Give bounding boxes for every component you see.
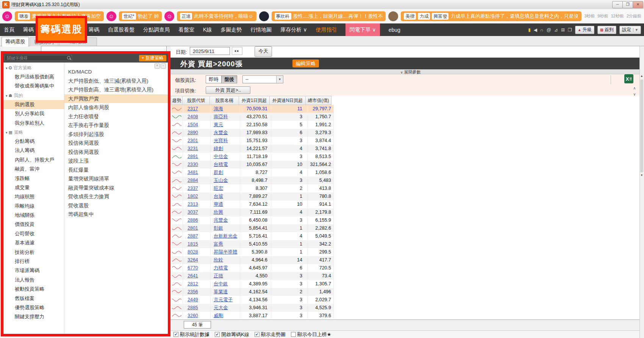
stock-name-link[interactable]: 鴻海: [214, 106, 223, 111]
stock-code-link[interactable]: 2886: [188, 218, 198, 223]
stock-tag[interactable]: 興富發: [432, 13, 449, 20]
calendar-icon[interactable]: ⊞: [561, 27, 565, 33]
table-row[interactable]: 2301光寶科15,751.9333,874.4: [171, 137, 334, 145]
tree-item[interactable]: 漲跌幅: [3, 174, 64, 183]
stock-name-link[interactable]: 元大金: [214, 305, 228, 310]
nav-item-debug[interactable]: ebug: [389, 27, 400, 33]
strategy-list-item[interactable]: 大戶持股創低、連三減(累積登入用): [64, 77, 168, 86]
tree-item[interactable]: 基本過濾: [3, 238, 64, 247]
scroll-up-icon[interactable]: ▲: [640, 74, 644, 78]
table-row[interactable]: 2801彰銀5,854.4112,282.6: [171, 224, 334, 232]
stock-tag[interactable]: 美律: [404, 13, 416, 20]
stock-code-link[interactable]: 6770: [188, 265, 198, 271]
tree-item[interactable]: 價值投資: [3, 220, 64, 229]
stock-name-link[interactable]: 東元: [214, 122, 223, 127]
column-header-3[interactable]: 外資1日買超: [239, 96, 270, 105]
stock-name-link[interactable]: 旺宏: [214, 186, 223, 191]
stock-name-link[interactable]: 彰銀: [214, 225, 223, 231]
tree-item[interactable]: 優勢選股策略: [3, 303, 64, 312]
stock-name-link[interactable]: 群創: [214, 170, 223, 175]
stock-code-link[interactable]: 2313: [188, 202, 198, 207]
afterhours-toggle[interactable]: 盤後: [221, 75, 237, 83]
close-button[interactable]: ✕: [633, 1, 643, 8]
table-row[interactable]: 1815富喬5,410.551342.2: [171, 240, 334, 248]
tree-item[interactable]: 舊版檔案: [3, 294, 64, 303]
strategy-list-item[interactable]: 融資帶量突破成本線: [64, 183, 168, 192]
stock-code-link[interactable]: 2301: [188, 138, 198, 143]
table-row[interactable]: 3231緯創14,221.5743,741.8: [171, 145, 334, 153]
stock-name-link[interactable]: 富喬: [214, 241, 223, 247]
table-row[interactable]: 3481群創8,72741,058.6: [171, 169, 334, 177]
settings-button[interactable]: 設定▼: [619, 26, 641, 34]
display-option-checkbox[interactable]: ✔開啟籌碼K線: [215, 331, 249, 338]
tree-item[interactable]: 排行榜: [3, 257, 64, 266]
date-stepper[interactable]: ◂▸: [232, 47, 242, 55]
table-row[interactable]: 2337旺宏8,3072413.8: [171, 185, 334, 192]
stock-tag[interactable]: 正達: [180, 13, 192, 20]
column-header-0[interactable]: 趨勢: [171, 96, 183, 105]
stock-name-link[interactable]: 欣銓: [214, 257, 223, 263]
date-input[interactable]: 2025/9/11: [190, 47, 230, 55]
tree-item[interactable]: 營收成長籌碼集中: [3, 81, 64, 91]
keyword-search-input[interactable]: 關鍵字搜尋: [5, 55, 72, 61]
table-row[interactable]: 2885元大金3,946.3134,525.9: [171, 304, 334, 312]
new-strategy-button[interactable]: + 新建策略: [139, 55, 166, 61]
table-row[interactable]: 3037欣興7,111.6942,179.8: [171, 208, 334, 216]
ticker-message[interactable]: 美律力成興富發力成早上真的差點漲停了，還填息填息是意料之內，只是沒: [401, 11, 581, 21]
tree-item[interactable]: 公司營收: [3, 229, 64, 238]
chat-icon[interactable]: @: [547, 27, 551, 33]
window-icon[interactable]: ❐: [568, 27, 572, 33]
tree-item[interactable]: 我分享給別人: [3, 119, 64, 128]
minimize-button[interactable]: ─: [612, 1, 623, 8]
column-header-5[interactable]: 總市值(億): [305, 96, 331, 105]
stock-code-link[interactable]: 2885: [188, 305, 198, 310]
stock-code-link[interactable]: 2317: [188, 106, 198, 111]
phone-icon[interactable]: ▮: [528, 27, 531, 33]
strategy-list-item[interactable]: 營收選股: [64, 201, 168, 210]
maximize-button[interactable]: ❐: [622, 1, 633, 8]
tree-item[interactable]: 均線狀態: [3, 192, 64, 201]
nav-item-9[interactable]: 庫存分析 ∨: [280, 27, 307, 33]
tree-item[interactable]: 地域關係: [3, 211, 64, 220]
strategy-list-item[interactable]: 長紅爆量: [64, 166, 168, 175]
stock-tag[interactable]: 力成: [418, 13, 430, 20]
nav-item-flash-order[interactable]: 閃電下單 ∨: [345, 23, 380, 36]
stock-code-link[interactable]: 2337: [188, 186, 198, 191]
table-row[interactable]: 2317鴻海70,509.311129,797.7: [171, 105, 334, 113]
chevron-up-icon[interactable]: ∧: [631, 85, 638, 91]
stock-code-link[interactable]: 8028: [188, 249, 198, 255]
table-row[interactable]: 2356英業達4,162.5421,496: [171, 288, 334, 296]
stock-code-link[interactable]: 1504: [188, 122, 198, 127]
stock-code-link[interactable]: 3481: [188, 170, 198, 175]
table-row[interactable]: 2330台積電10,035.6710321,564.2: [171, 161, 334, 169]
stock-info-dropdown[interactable]: -- ▼: [242, 75, 283, 83]
strategy-list-item[interactable]: 投信佈局選股: [64, 139, 168, 148]
stock-name-link[interactable]: 永豐金: [214, 130, 228, 135]
checkin-button[interactable]: ▦簽到: [597, 26, 616, 34]
headset-icon[interactable]: ∩: [540, 27, 544, 33]
table-row[interactable]: 6770力積電4,645.976720.5: [171, 264, 334, 272]
scrollbar-thumb[interactable]: [640, 80, 643, 172]
nav-item-6[interactable]: K線: [203, 27, 212, 33]
display-option-checkbox[interactable]: ✔顯示走勢圖: [255, 331, 286, 338]
stock-code-link[interactable]: 2408: [188, 114, 198, 119]
unchecked-checkbox-icon[interactable]: [291, 332, 296, 337]
table-row[interactable]: 2449京元電子4,134.5632,029.7: [171, 296, 334, 304]
stock-name-link[interactable]: 台中銀: [214, 281, 228, 286]
tree-item[interactable]: 技術分析: [3, 248, 64, 257]
stats-icon[interactable]: ⊿: [554, 27, 558, 33]
tree-item[interactable]: 散戶活絡股價創高: [3, 72, 64, 81]
tree-item[interactable]: 法人籌碼: [3, 146, 64, 155]
tree-item[interactable]: 關鍵支撐壓力: [3, 312, 64, 321]
table-row[interactable]: 2886兆豐金6,450.0836,155.9: [171, 216, 334, 224]
stock-code-link[interactable]: 1802: [188, 194, 198, 199]
stock-name-link[interactable]: 昇陽半導體: [214, 249, 238, 255]
table-row[interactable]: 2884玉山金8,498.735,483: [171, 177, 334, 185]
tree-item[interactable]: 被動投資策略: [3, 285, 64, 294]
tree-group-header[interactable]: ▾✪官方策略: [3, 63, 64, 72]
tree-item[interactable]: 別人分享給我: [3, 109, 64, 118]
nav-item-10[interactable]: 使用指引: [316, 27, 337, 33]
stock-name-link[interactable]: 英業達: [214, 289, 228, 294]
stock-code-link[interactable]: 2356: [188, 289, 198, 294]
excel-export-icon[interactable]: X: [624, 74, 633, 83]
